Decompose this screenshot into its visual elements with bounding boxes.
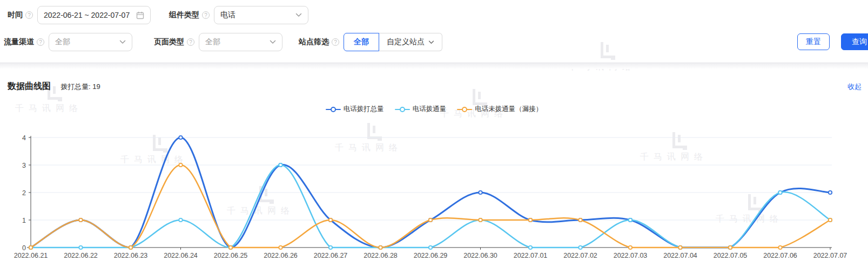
analytics-page: 千马讯网络千马讯网络千马讯网络千马讯网络千马讯网络千马讯网络千马讯网络千马讯网络…: [0, 0, 868, 268]
data-point-marker: [329, 246, 332, 249]
query-button[interactable]: 查询: [841, 33, 868, 50]
x-axis-label: 2022.07.03: [614, 252, 648, 259]
data-point-marker: [629, 246, 632, 249]
data-point-marker: [79, 218, 82, 222]
calendar-icon: [136, 11, 144, 19]
data-point-marker: [129, 246, 132, 249]
call-total-stat: 拨打总量: 19: [60, 82, 100, 92]
y-axis-label: 2: [22, 189, 26, 197]
data-point-marker: [479, 218, 482, 222]
site-all-button[interactable]: 全部: [344, 33, 379, 51]
chart-legend: 电话拨打总量电话拨通量电话未拨通量（漏接）: [0, 105, 868, 114]
watermark: 千马讯网络: [473, 89, 486, 105]
traffic-channel-value: 全部: [55, 37, 115, 47]
data-point-marker: [229, 246, 232, 249]
legend-marker-icon: [457, 106, 472, 113]
help-icon[interactable]: ?: [25, 11, 33, 19]
collapse-link[interactable]: 收起: [847, 82, 862, 92]
legend-item[interactable]: 电话拨通量: [395, 105, 447, 114]
watermark-logo-icon: [473, 89, 486, 105]
section-title: 数据曲线图: [8, 81, 51, 92]
traffic-channel-label: 流量渠道: [4, 37, 34, 47]
help-icon[interactable]: ?: [332, 38, 339, 46]
y-axis-label: 1: [22, 217, 26, 224]
chevron-down-icon: [428, 40, 434, 44]
site-filter-label: 站点筛选: [299, 37, 329, 47]
page-type-value: 全部: [205, 37, 265, 47]
traffic-channel-select[interactable]: 全部: [49, 33, 132, 51]
data-point-marker: [578, 218, 582, 222]
series-line: [31, 165, 830, 248]
x-axis-label: 2022.07.05: [714, 252, 748, 259]
legend-label: 电话拨打总量: [344, 105, 384, 114]
legend-item[interactable]: 电话拨打总量: [326, 105, 384, 114]
filter-row-2: 流量渠道 ? 全部 页面类型 ? 全部 站点筛选 ? 全部 自定义站点: [4, 32, 442, 52]
legend-marker-icon: [326, 106, 341, 113]
data-point-marker: [279, 246, 282, 249]
data-point-marker: [729, 246, 732, 249]
data-point-marker: [379, 246, 382, 249]
line-chart: 012342022.06.212022.06.222022.06.232022.…: [0, 121, 868, 266]
data-point-marker: [778, 191, 782, 194]
site-custom-label: 自定义站点: [387, 37, 425, 47]
legend-label: 电话拨通量: [413, 105, 447, 114]
y-axis-label: 4: [22, 134, 26, 142]
data-point-marker: [29, 246, 32, 249]
x-axis-label: 2022.06.21: [14, 252, 48, 259]
x-axis-label: 2022.07.02: [563, 252, 597, 259]
time-label: 时间: [8, 10, 23, 20]
data-point-marker: [829, 191, 832, 194]
data-point-marker: [329, 218, 332, 222]
chevron-down-icon: [270, 40, 276, 44]
x-axis-label: 2022.07.01: [514, 252, 548, 259]
data-point-marker: [578, 246, 582, 249]
x-axis-label: 2022.06.23: [114, 252, 148, 259]
data-point-marker: [79, 246, 82, 249]
date-range-input[interactable]: 2022-06-21 ~ 2022-07-07: [37, 6, 151, 24]
legend-item[interactable]: 电话未拨通量（漏接）: [457, 105, 542, 114]
x-axis-label: 2022.06.30: [463, 252, 497, 259]
x-axis-label: 2022.06.25: [214, 252, 248, 259]
x-axis-label: 2022.06.27: [314, 252, 348, 259]
page-type-label: 页面类型: [154, 37, 184, 47]
watermark-logo-icon: [601, 42, 614, 58]
filter-row-1: 时间 ? 2022-06-21 ~ 2022-07-07 组件类型 ? 电话: [8, 5, 308, 25]
data-point-marker: [778, 246, 782, 249]
data-point-marker: [678, 246, 682, 249]
chevron-down-icon: [295, 13, 302, 17]
date-range-value: 2022-06-21 ~ 2022-07-07: [44, 11, 132, 19]
page-type-select[interactable]: 全部: [199, 33, 282, 51]
watermark: 千马讯网络: [601, 42, 614, 58]
y-axis-label: 3: [22, 162, 26, 169]
section-header: 数据曲线图 拨打总量: 19: [8, 81, 100, 92]
data-point-marker: [429, 246, 432, 249]
data-point-marker: [829, 218, 832, 222]
data-point-marker: [429, 218, 432, 222]
component-type-select[interactable]: 电话: [214, 6, 308, 24]
x-axis-label: 2022.06.22: [64, 252, 98, 259]
section-divider: [0, 63, 868, 69]
y-axis-label: 0: [22, 244, 26, 252]
help-icon[interactable]: ?: [202, 11, 210, 19]
component-type-label: 组件类型: [169, 10, 199, 20]
site-all-label: 全部: [354, 37, 369, 47]
x-axis-label: 2022.06.26: [264, 252, 298, 259]
data-point-marker: [629, 218, 632, 222]
data-point-marker: [179, 136, 182, 139]
data-point-marker: [279, 163, 282, 167]
component-type-value: 电话: [220, 10, 291, 20]
x-axis-label: 2022.07.06: [763, 252, 797, 259]
data-point-marker: [179, 218, 182, 222]
reset-button[interactable]: 重置: [797, 33, 830, 50]
data-point-marker: [179, 163, 182, 167]
line-chart-svg: 012342022.06.212022.06.222022.06.232022.…: [0, 121, 868, 266]
site-custom-button[interactable]: 自定义站点: [379, 33, 442, 51]
x-axis-label: 2022.07.04: [663, 252, 697, 259]
data-point-marker: [529, 246, 532, 249]
chevron-down-icon: [119, 40, 126, 44]
help-icon[interactable]: ?: [187, 38, 194, 46]
help-icon[interactable]: ?: [37, 38, 44, 46]
filter-actions: 重置 查询: [797, 33, 868, 50]
x-axis-label: 2022.06.29: [414, 252, 448, 259]
site-filter-segment: 全部 自定义站点: [344, 33, 442, 51]
